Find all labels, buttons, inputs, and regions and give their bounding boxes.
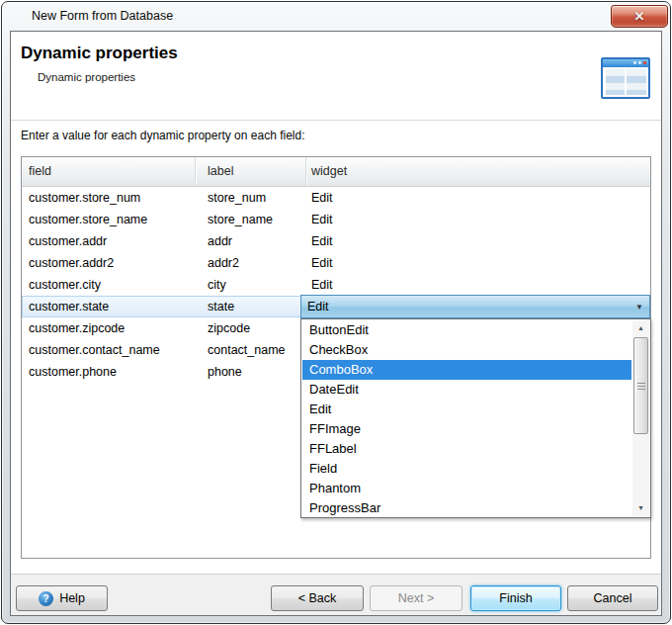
dropdown-option[interactable]: FFLabel (302, 439, 631, 459)
dropdown-option[interactable]: Edit (302, 400, 631, 419)
dropdown-option[interactable]: Phantom (302, 479, 631, 498)
scroll-up-icon[interactable]: ▲ (632, 320, 649, 336)
cell-field: customer.store_name (22, 209, 196, 230)
wizard-header: Dynamic properties Dynamic properties (11, 32, 661, 121)
dropdown-option[interactable]: Field (302, 459, 631, 479)
cell-widget: Edit (306, 230, 650, 252)
chevron-down-icon: ▼ (635, 303, 643, 312)
widget-combobox[interactable]: Edit ▼ (300, 295, 650, 318)
page-subtitle: Dynamic properties (38, 71, 135, 83)
cell-field: customer.state (22, 296, 196, 317)
widget-dropdown-list: ButtonEditCheckBoxComboBoxDateEditEditFF… (300, 318, 651, 518)
dropdown-items: ButtonEditCheckBoxComboBoxDateEditEditFF… (302, 320, 631, 516)
cell-label: phone (196, 361, 306, 383)
cell-widget: Edit (306, 252, 650, 274)
window-title: New Form from Database (32, 9, 173, 23)
cell-widget: Edit (306, 274, 650, 296)
main-panel: Enter a value for each dynamic property … (11, 122, 661, 574)
cell-label: store_name (196, 209, 306, 230)
dialog-body: Dynamic properties Dynamic properties En… (10, 31, 662, 616)
button-bar: ? Help < Back Next > Finish Cancel (11, 574, 661, 615)
page-title: Dynamic properties (21, 44, 178, 63)
cell-widget: Edit (306, 187, 650, 209)
close-button[interactable]: ✕ (611, 5, 668, 28)
table-row[interactable]: customer.addraddrEdit (22, 230, 650, 252)
dropdown-option[interactable]: CheckBox (302, 340, 631, 360)
cell-label: addr2 (196, 252, 306, 274)
dropdown-option[interactable]: DateEdit (302, 380, 631, 400)
column-header-widget[interactable]: widget (306, 157, 650, 186)
cell-field: customer.contact_name (22, 339, 196, 361)
cell-label: city (196, 274, 306, 296)
finish-button[interactable]: Finish (470, 585, 561, 611)
next-button-label: Next > (398, 591, 434, 605)
dialog-window: New Form from Database ✕ Dynamic propert… (1, 1, 671, 624)
finish-button-label: Finish (499, 591, 532, 605)
scrollbar-grip (637, 383, 645, 391)
next-button: Next > (370, 585, 462, 611)
cell-widget: Edit (306, 209, 650, 230)
back-button[interactable]: < Back (271, 585, 364, 611)
column-header-label[interactable]: label (196, 157, 306, 186)
form-icon-dot (633, 61, 636, 64)
cancel-button-label: Cancel (594, 591, 632, 605)
table-row[interactable]: customer.store_numstore_numEdit (22, 187, 650, 209)
cell-field: customer.store_num (22, 187, 196, 209)
form-icon-dot (638, 61, 641, 64)
combobox-value: Edit (307, 300, 329, 313)
close-icon: ✕ (634, 9, 645, 24)
table-header: field label widget (22, 157, 650, 187)
table-row[interactable]: customer.addr2addr2Edit (22, 252, 650, 274)
table-row[interactable]: customer.citycityEdit (22, 274, 650, 296)
table-row[interactable]: customer.store_namestore_nameEdit (22, 209, 650, 230)
cell-field: customer.zipcode (22, 317, 196, 339)
help-button[interactable]: ? Help (16, 585, 108, 611)
scrollbar-thumb[interactable] (633, 337, 648, 434)
cell-field: customer.city (22, 274, 196, 296)
help-button-label: Help (59, 591, 85, 605)
cancel-button[interactable]: Cancel (567, 585, 658, 611)
cell-label: addr (196, 230, 306, 252)
form-icon-titlebar (603, 59, 648, 67)
cell-label: contact_name (196, 339, 306, 361)
dropdown-option[interactable]: ButtonEdit (302, 320, 631, 340)
cell-field: customer.phone (22, 361, 196, 383)
back-button-label: < Back (298, 591, 337, 605)
titlebar[interactable]: New Form from Database ✕ (2, 2, 670, 31)
scroll-down-icon[interactable]: ▼ (632, 500, 649, 516)
form-icon-grid (606, 69, 646, 95)
cell-label: store_num (196, 187, 306, 209)
cell-label: zipcode (196, 317, 306, 339)
instruction-text: Enter a value for each dynamic property … (21, 129, 305, 142)
form-icon-dot (643, 61, 646, 64)
dropdown-option[interactable]: ComboBox (302, 360, 631, 380)
column-header-field[interactable]: field (22, 157, 196, 186)
dropdown-option[interactable]: FFImage (302, 419, 631, 439)
cell-label: state (196, 296, 306, 317)
dropdown-scrollbar[interactable]: ▲ ▼ (632, 320, 649, 516)
cell-field: customer.addr2 (22, 252, 196, 274)
cell-field: customer.addr (22, 230, 196, 252)
help-icon: ? (39, 591, 53, 606)
form-window-icon (601, 57, 650, 99)
dropdown-option[interactable]: ProgressBar (302, 498, 631, 518)
